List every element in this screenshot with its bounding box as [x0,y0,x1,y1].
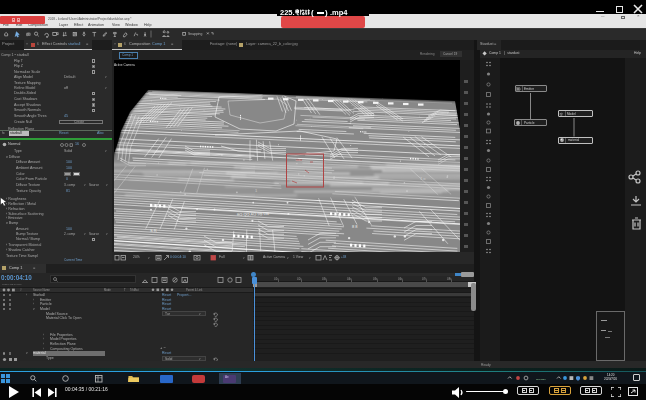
svg-text:S R: S R [150,228,157,233]
svg-text:8 8: 8 8 [352,224,358,229]
